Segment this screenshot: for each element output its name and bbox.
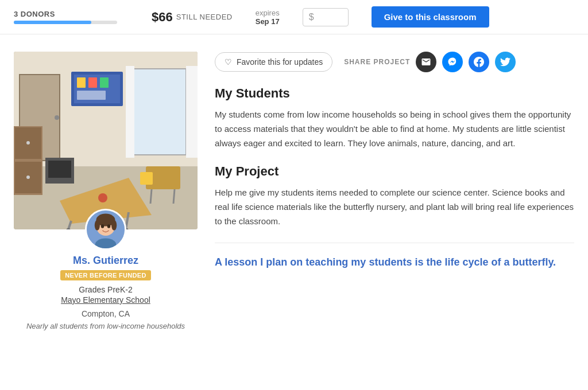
my-project-text: Help me give my students items needed to…	[215, 186, 574, 228]
grades-info: Grades PreK-2	[79, 285, 132, 294]
my-students-text: My students come from low income househo…	[215, 108, 574, 150]
left-column: Ms. Gutierrez NEVER BEFORE FUNDED Grades…	[14, 52, 198, 330]
svg-line-27	[173, 189, 175, 204]
facebook-share-button[interactable]	[469, 52, 489, 72]
school-link[interactable]: Mayo Elementary School	[61, 295, 150, 305]
svg-point-36	[111, 220, 117, 231]
progress-bar-container	[14, 21, 117, 24]
action-row: ♡ Favorite this for updates SHARE PROJEC…	[215, 52, 574, 72]
messenger-share-button[interactable]	[442, 52, 463, 72]
svg-rect-11	[77, 77, 86, 88]
svg-point-8	[55, 115, 59, 120]
teacher-avatar	[85, 209, 126, 250]
svg-point-29	[98, 193, 107, 202]
donation-amount-input[interactable]	[316, 12, 345, 22]
expires-date: Sep 17	[256, 17, 280, 26]
location: Compton, CA	[82, 309, 130, 318]
my-students-title: My Students	[215, 86, 574, 101]
svg-point-37	[101, 224, 105, 228]
top-bar: 3 DONORS $66 STILL NEEDED expires Sep 17…	[0, 0, 588, 34]
twitter-share-button[interactable]	[495, 52, 516, 72]
share-section: SHARE PROJECT	[344, 52, 516, 72]
email-share-button[interactable]	[416, 52, 436, 72]
svg-rect-4	[126, 66, 134, 158]
expires-section: expires Sep 17	[256, 9, 280, 26]
svg-point-19	[26, 176, 30, 179]
svg-rect-2	[129, 69, 186, 155]
progress-bar-fill	[14, 21, 91, 24]
favorite-label: Favorite this for updates	[237, 57, 323, 67]
share-label: SHARE PROJECT	[344, 58, 410, 66]
amount-needed: $66	[152, 10, 173, 25]
svg-rect-5	[186, 66, 198, 158]
expires-label: expires	[256, 9, 280, 17]
still-needed-label: STILL NEEDED	[176, 13, 233, 21]
donation-input-wrapper: $	[303, 8, 349, 26]
svg-point-38	[107, 224, 111, 228]
lesson-text: A lesson I plan on teaching my students …	[215, 255, 574, 270]
svg-line-26	[150, 189, 152, 204]
main-content: Ms. Gutierrez NEVER BEFORE FUNDED Grades…	[0, 34, 588, 348]
right-column: ♡ Favorite this for updates SHARE PROJEC…	[215, 52, 574, 330]
still-needed-section: $66 STILL NEEDED	[152, 10, 233, 25]
dollar-sign-icon: $	[309, 12, 314, 22]
svg-rect-14	[77, 91, 106, 100]
give-button[interactable]: Give to this classroom	[372, 6, 489, 28]
heart-icon: ♡	[225, 57, 232, 67]
divider	[215, 243, 574, 243]
svg-rect-13	[100, 77, 109, 88]
donors-section: 3 DONORS	[14, 10, 129, 24]
donors-label: 3 DONORS	[14, 10, 129, 18]
svg-point-18	[26, 141, 30, 145]
teacher-name: Ms. Gutierrez	[73, 255, 138, 267]
classroom-image	[14, 52, 198, 229]
funding-badge: NEVER BEFORE FUNDED	[60, 270, 150, 280]
favorite-button[interactable]: ♡ Favorite this for updates	[215, 52, 332, 72]
income-note: Nearly all students from low-income hous…	[26, 322, 185, 330]
svg-rect-12	[88, 77, 97, 88]
my-project-title: My Project	[215, 164, 574, 179]
svg-rect-21	[48, 161, 71, 178]
svg-rect-28	[140, 172, 153, 185]
svg-point-35	[95, 220, 100, 231]
